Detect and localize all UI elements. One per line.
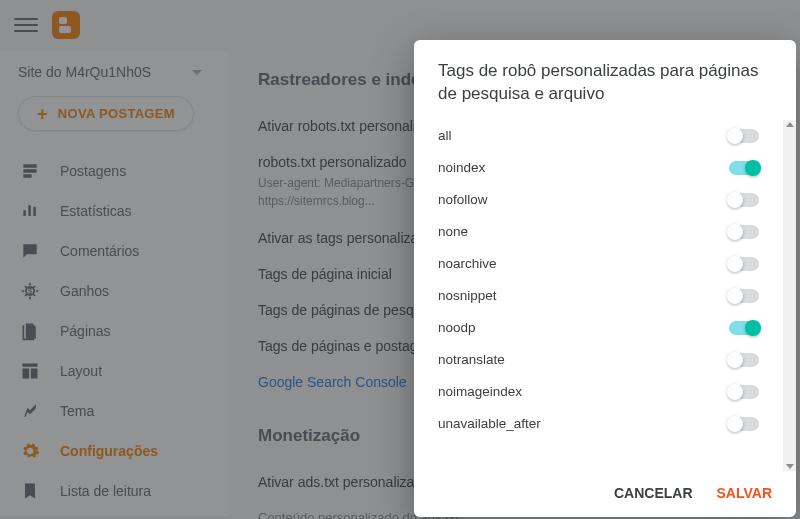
scroll-up-icon[interactable] — [786, 122, 794, 127]
toggle-none[interactable] — [729, 225, 759, 239]
option-label: noarchive — [438, 256, 497, 271]
option-label: notranslate — [438, 352, 505, 367]
option-noindex: noindex — [438, 152, 759, 184]
save-button[interactable]: SALVAR — [717, 485, 772, 501]
option-label: noimageindex — [438, 384, 522, 399]
option-unavailable_after: unavailable_after — [438, 408, 759, 440]
robot-tags-dialog: Tags de robô personalizadas para páginas… — [414, 40, 796, 517]
option-all: all — [438, 120, 759, 152]
toggle-unavailable_after[interactable] — [729, 417, 759, 431]
option-noimageindex: noimageindex — [438, 376, 759, 408]
option-noarchive: noarchive — [438, 248, 759, 280]
option-label: nosnippet — [438, 288, 497, 303]
modal-overlay: Tags de robô personalizadas para páginas… — [0, 0, 800, 519]
option-noodp: noodp — [438, 312, 759, 344]
toggle-notranslate[interactable] — [729, 353, 759, 367]
toggle-nosnippet[interactable] — [729, 289, 759, 303]
dialog-title: Tags de robô personalizadas para páginas… — [414, 40, 796, 120]
option-none: none — [438, 216, 759, 248]
toggle-noimageindex[interactable] — [729, 385, 759, 399]
option-notranslate: notranslate — [438, 344, 759, 376]
scroll-down-icon[interactable] — [786, 464, 794, 469]
option-label: noodp — [438, 320, 476, 335]
option-label: unavailable_after — [438, 416, 541, 431]
toggle-noindex[interactable] — [729, 161, 759, 175]
scrollbar[interactable] — [783, 120, 796, 471]
option-label: none — [438, 224, 468, 239]
dialog-body: allnoindexnofollownonenoarchivenosnippet… — [414, 120, 783, 471]
toggle-all[interactable] — [729, 129, 759, 143]
option-nofollow: nofollow — [438, 184, 759, 216]
toggle-noarchive[interactable] — [729, 257, 759, 271]
option-label: nofollow — [438, 192, 488, 207]
option-nosnippet: nosnippet — [438, 280, 759, 312]
cancel-button[interactable]: CANCELAR — [614, 485, 693, 501]
toggle-noodp[interactable] — [729, 321, 759, 335]
toggle-nofollow[interactable] — [729, 193, 759, 207]
option-label: noindex — [438, 160, 485, 175]
option-label: all — [438, 128, 452, 143]
